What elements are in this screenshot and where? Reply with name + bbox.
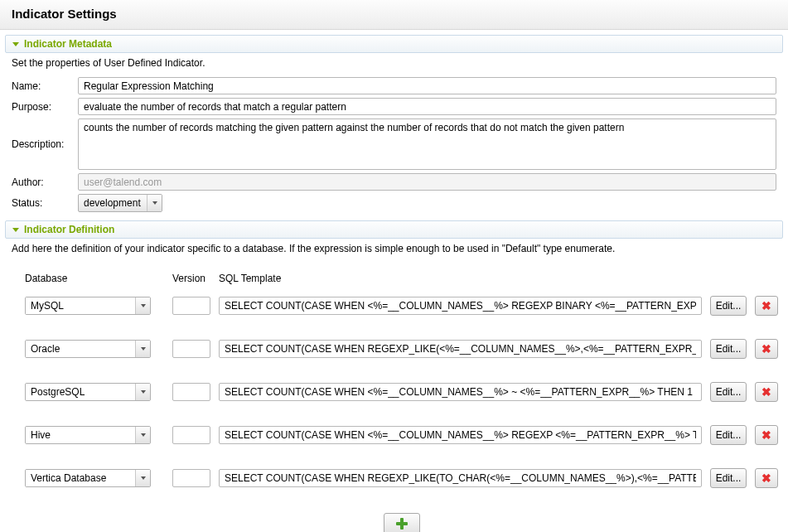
collapse-icon <box>12 228 19 232</box>
edit-button[interactable]: Edit... <box>710 468 747 488</box>
database-select[interactable]: MySQL <box>25 297 151 315</box>
author-field <box>78 173 776 191</box>
edit-button[interactable]: Edit... <box>710 382 747 402</box>
page-title: Indicator Settings <box>12 7 776 21</box>
sql-template-field[interactable] <box>219 469 702 487</box>
database-select[interactable]: Hive <box>25 426 151 444</box>
name-field[interactable] <box>78 77 776 94</box>
edit-button[interactable]: Edit... <box>710 425 747 445</box>
edit-button[interactable]: Edit... <box>710 296 747 316</box>
version-field[interactable] <box>172 297 210 315</box>
section-indicator-definition-desc: Add here the definition of your indicato… <box>5 241 783 261</box>
definition-row: Vertica Database Edit... ✖ <box>25 468 778 488</box>
col-sql: SQL Template <box>219 273 702 284</box>
chevron-down-icon <box>147 195 162 211</box>
sql-template-field[interactable] <box>219 340 702 358</box>
chevron-down-icon <box>135 297 150 314</box>
collapse-icon <box>12 42 19 46</box>
definition-row: Oracle Edit... ✖ <box>25 339 778 359</box>
add-definition-button[interactable] <box>384 513 420 532</box>
database-select[interactable]: Oracle <box>25 340 151 358</box>
chevron-down-icon <box>135 470 150 486</box>
chevron-down-icon <box>135 341 150 357</box>
description-field[interactable]: counts the number of records matching th… <box>78 118 776 170</box>
delete-button[interactable]: ✖ <box>755 382 778 402</box>
col-version: Version <box>172 273 210 284</box>
close-icon: ✖ <box>761 343 771 355</box>
version-field[interactable] <box>172 340 210 358</box>
edit-button[interactable]: Edit... <box>710 339 747 359</box>
status-select[interactable]: development <box>78 194 162 212</box>
definition-row: Hive Edit... ✖ <box>25 425 778 445</box>
delete-button[interactable]: ✖ <box>755 296 778 316</box>
status-select-value: development <box>79 195 147 211</box>
name-label: Name: <box>12 80 71 92</box>
close-icon: ✖ <box>761 472 771 484</box>
sql-template-field[interactable] <box>219 383 702 401</box>
col-database: Database <box>25 273 164 284</box>
database-select-value: MySQL <box>26 297 135 314</box>
database-select[interactable]: PostgreSQL <box>25 383 151 401</box>
sql-template-field[interactable] <box>219 297 702 315</box>
definition-row: MySQL Edit... ✖ <box>25 296 778 316</box>
sql-template-field[interactable] <box>219 426 702 444</box>
chevron-down-icon <box>135 427 150 443</box>
section-indicator-definition-title: Indicator Definition <box>24 224 114 235</box>
version-field[interactable] <box>172 383 210 401</box>
page-header: Indicator Settings <box>0 0 788 30</box>
purpose-field[interactable] <box>78 98 776 115</box>
content-area: Indicator Metadata Set the properties of… <box>0 30 788 532</box>
description-label: Description: <box>12 118 71 150</box>
delete-button[interactable]: ✖ <box>755 425 778 445</box>
purpose-label: Purpose: <box>12 101 71 113</box>
section-indicator-metadata-toggle[interactable]: Indicator Metadata <box>5 35 783 53</box>
database-select-value: Vertica Database <box>26 470 135 486</box>
database-select[interactable]: Vertica Database <box>25 469 151 487</box>
section-indicator-metadata-desc: Set the properties of User Defined Indic… <box>5 56 783 75</box>
definition-table-header: Database Version SQL Template <box>25 266 778 296</box>
close-icon: ✖ <box>761 386 771 398</box>
database-select-value: Hive <box>26 427 135 443</box>
section-indicator-definition-toggle[interactable]: Indicator Definition <box>5 220 783 239</box>
database-select-value: Oracle <box>26 341 135 357</box>
delete-button[interactable]: ✖ <box>755 339 778 359</box>
delete-button[interactable]: ✖ <box>755 468 778 488</box>
database-select-value: PostgreSQL <box>26 384 135 400</box>
version-field[interactable] <box>172 469 210 487</box>
chevron-down-icon <box>135 384 150 400</box>
close-icon: ✖ <box>761 300 771 312</box>
status-label: Status: <box>12 197 71 209</box>
section-indicator-metadata-title: Indicator Metadata <box>24 38 112 50</box>
version-field[interactable] <box>172 426 210 444</box>
plus-icon <box>396 518 408 530</box>
definition-table: Database Version SQL Template MySQL Edit… <box>25 266 778 532</box>
close-icon: ✖ <box>761 429 771 441</box>
author-label: Author: <box>12 177 71 188</box>
definition-row: PostgreSQL Edit... ✖ <box>25 382 778 402</box>
